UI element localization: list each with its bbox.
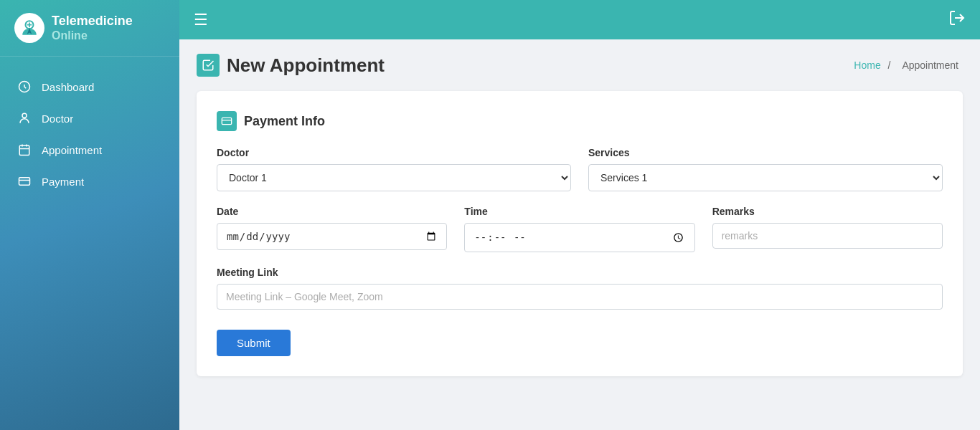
page-title-icon bbox=[197, 54, 220, 77]
remarks-input[interactable] bbox=[712, 223, 943, 249]
logo-name-bottom: Online bbox=[52, 29, 133, 42]
logo-text: Telemedicine Online bbox=[52, 14, 133, 43]
sidebar-item-dashboard[interactable]: Dashboard bbox=[0, 71, 179, 102]
sidebar-item-appointment-label: Appointment bbox=[42, 144, 102, 156]
time-input[interactable] bbox=[464, 223, 694, 252]
topbar: ☰ bbox=[179, 0, 980, 39]
menu-toggle-button[interactable]: ☰ bbox=[194, 11, 208, 29]
doctor-icon bbox=[17, 111, 32, 125]
page-title: New Appointment bbox=[227, 54, 385, 77]
doctor-services-row: Doctor Doctor 1 Doctor 2 Doctor 3 Servic… bbox=[217, 147, 943, 191]
sidebar-item-doctor[interactable]: Doctor bbox=[0, 102, 179, 134]
breadcrumb-current: Appointment bbox=[902, 59, 958, 71]
sidebar-item-doctor-label: Doctor bbox=[42, 113, 73, 125]
sidebar: Telemedicine Online Dashboard Doctor bbox=[0, 0, 179, 430]
svg-rect-4 bbox=[19, 145, 29, 156]
page-title-wrap: New Appointment bbox=[197, 54, 385, 77]
services-group: Services Services 1 Services 2 Services … bbox=[588, 147, 943, 191]
svg-point-3 bbox=[22, 113, 27, 118]
services-label: Services bbox=[588, 147, 943, 158]
meeting-link-label: Meeting Link bbox=[217, 267, 943, 278]
breadcrumb-separator: / bbox=[888, 59, 891, 71]
page-header: New Appointment Home / Appointment bbox=[197, 54, 963, 77]
doctor-label: Doctor bbox=[217, 147, 571, 158]
time-group: Time bbox=[464, 206, 694, 252]
time-label: Time bbox=[464, 206, 694, 217]
card-header: Payment Info bbox=[217, 111, 943, 131]
logo-name-top: Telemedicine bbox=[52, 14, 133, 29]
sidebar-nav: Dashboard Doctor Appointment bbox=[0, 57, 179, 211]
sidebar-item-payment[interactable]: Payment bbox=[0, 166, 179, 197]
appointment-form-card: Payment Info Doctor Doctor 1 Doctor 2 Do… bbox=[197, 91, 963, 376]
meeting-link-group: Meeting Link bbox=[217, 267, 943, 310]
sidebar-item-appointment[interactable]: Appointment bbox=[0, 134, 179, 166]
main-area: ☰ New Appointment Home bbox=[179, 0, 980, 430]
doctor-select[interactable]: Doctor 1 Doctor 2 Doctor 3 bbox=[217, 164, 571, 191]
breadcrumb: Home / Appointment bbox=[854, 59, 963, 71]
remarks-group: Remarks bbox=[712, 206, 943, 252]
date-input[interactable] bbox=[217, 223, 447, 250]
card-title: Payment Info bbox=[244, 114, 325, 129]
payment-info-icon bbox=[217, 111, 237, 131]
doctor-group: Doctor Doctor 1 Doctor 2 Doctor 3 bbox=[217, 147, 571, 191]
date-group: Date bbox=[217, 206, 447, 252]
remarks-label: Remarks bbox=[712, 206, 943, 217]
date-label: Date bbox=[217, 206, 447, 217]
date-time-remarks-row: Date Time Remarks bbox=[217, 206, 943, 252]
content-area: New Appointment Home / Appointment Payme… bbox=[179, 39, 980, 430]
logo-icon bbox=[14, 13, 44, 43]
meeting-link-input[interactable] bbox=[217, 284, 943, 310]
appointment-icon bbox=[17, 143, 32, 157]
breadcrumb-home[interactable]: Home bbox=[854, 59, 880, 71]
svg-rect-8 bbox=[19, 178, 30, 186]
payment-icon bbox=[17, 174, 32, 188]
svg-rect-11 bbox=[222, 118, 231, 124]
sidebar-item-payment-label: Payment bbox=[42, 176, 84, 188]
sidebar-item-dashboard-label: Dashboard bbox=[42, 81, 94, 93]
logout-button[interactable] bbox=[948, 9, 966, 31]
submit-button[interactable]: Submit bbox=[217, 330, 291, 356]
logo-area: Telemedicine Online bbox=[0, 0, 179, 57]
services-select[interactable]: Services 1 Services 2 Services 3 bbox=[588, 164, 943, 191]
dashboard-icon bbox=[17, 80, 32, 94]
